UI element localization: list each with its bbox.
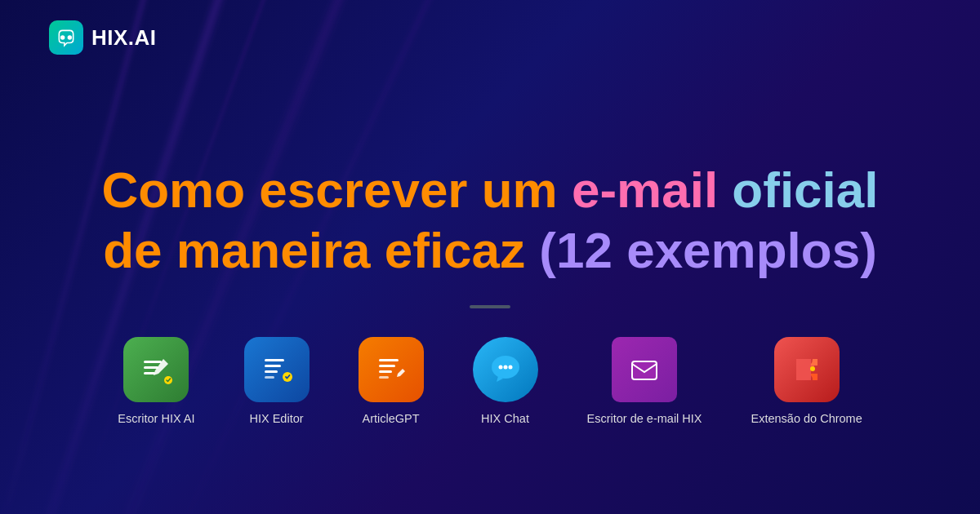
svg-rect-19 — [632, 361, 657, 379]
word-como: Como escrever um — [101, 162, 571, 218]
tool-escritor-email[interactable]: Escritor de e-mail HIX — [587, 337, 702, 425]
tool-extensao-chrome[interactable]: Extensão do Chrome — [751, 337, 862, 425]
header: HIX.AI — [49, 20, 931, 55]
word-email: e-mail — [572, 162, 718, 218]
tool-hix-editor[interactable]: HIX Editor — [244, 337, 310, 425]
title-section: Como escrever um e-mail oficial de manei… — [49, 87, 931, 490]
title-line2: de maneira eficaz (12 exemplos) — [101, 220, 878, 281]
logo-icon[interactable] — [49, 20, 83, 55]
svg-rect-3 — [144, 366, 158, 369]
tool-label-escritor: Escritor HIX AI — [118, 412, 194, 425]
svg-rect-4 — [144, 372, 155, 374]
svg-rect-8 — [265, 370, 278, 373]
word-exemplos: (12 exemplos) — [539, 222, 877, 278]
svg-point-18 — [508, 366, 512, 370]
title-line1: Como escrever um e-mail oficial — [101, 160, 878, 220]
email-icon — [612, 337, 677, 402]
svg-rect-13 — [379, 370, 392, 373]
divider — [470, 305, 510, 308]
escritor-icon — [123, 337, 189, 402]
tool-label-editor: HIX Editor — [249, 412, 303, 425]
svg-rect-7 — [265, 365, 281, 367]
svg-rect-14 — [379, 376, 389, 379]
svg-rect-11 — [379, 359, 399, 361]
tool-label-email: Escritor de e-mail HIX — [587, 412, 702, 425]
svg-point-16 — [498, 366, 502, 370]
chat-svg — [487, 351, 524, 388]
svg-rect-9 — [265, 376, 274, 379]
article-svg — [372, 351, 410, 388]
tool-escritor-hix-ai[interactable]: Escritor HIX AI — [118, 337, 194, 425]
escritor-svg — [137, 351, 175, 388]
svg-point-20 — [810, 366, 815, 371]
svg-rect-12 — [379, 365, 395, 367]
tool-articlegpt[interactable]: ArticleGPT — [359, 337, 424, 425]
editor-icon — [244, 337, 310, 402]
svg-rect-2 — [144, 361, 162, 363]
svg-rect-6 — [265, 359, 284, 361]
article-icon — [359, 337, 424, 402]
svg-point-17 — [503, 366, 507, 370]
main-title: Como escrever um e-mail oficial de manei… — [101, 160, 878, 281]
chrome-icon — [774, 337, 840, 402]
tool-label-chat: HIX Chat — [481, 412, 529, 425]
tool-label-article: ArticleGPT — [362, 412, 419, 425]
chat-icon — [473, 337, 538, 402]
tools-section: Escritor HIX AI HIX Editor — [118, 337, 862, 425]
page-content: HIX.AI Como escrever um e-mail oficial d… — [0, 0, 980, 514]
logo-text: HIX.AI — [91, 25, 157, 51]
logo-svg — [56, 27, 77, 48]
chrome-svg — [788, 351, 826, 388]
word-eficaz: de maneira eficaz — [103, 222, 539, 278]
tool-label-chrome: Extensão do Chrome — [751, 412, 862, 425]
svg-point-1 — [68, 35, 72, 39]
word-oficial: oficial — [718, 162, 878, 218]
editor-svg — [258, 351, 296, 388]
tool-hix-chat[interactable]: HIX Chat — [473, 337, 538, 425]
svg-point-0 — [60, 35, 65, 39]
email-svg — [626, 351, 663, 388]
